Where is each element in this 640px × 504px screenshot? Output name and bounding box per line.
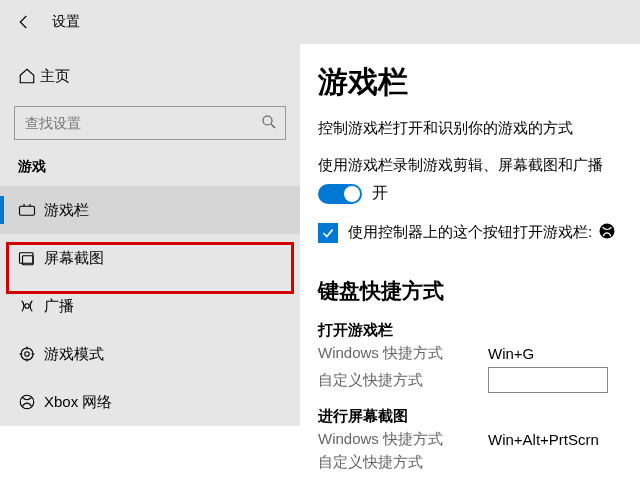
gamemode-icon: [18, 345, 44, 363]
titlebar: 设置: [0, 0, 640, 44]
svg-point-5: [21, 348, 33, 360]
sidebar-item-label: 广播: [44, 297, 74, 316]
shortcut-group-title: 进行屏幕截图: [318, 407, 626, 426]
svg-rect-2: [20, 253, 34, 264]
xbox-button-icon: [598, 222, 616, 243]
toggle-description: 使用游戏栏录制游戏剪辑、屏幕截图和广播: [318, 156, 626, 175]
sidebar-item-captures[interactable]: 屏幕截图: [0, 234, 300, 282]
sidebar-home[interactable]: 主页: [0, 56, 300, 96]
checkbox-label: 使用控制器上的这个按钮打开游戏栏:: [348, 223, 592, 242]
toggle-state-label: 开: [372, 183, 388, 204]
content-pane: 游戏栏 控制游戏栏打开和识别你的游戏的方式 使用游戏栏录制游戏剪辑、屏幕截图和广…: [300, 44, 640, 504]
captures-icon: [18, 250, 44, 266]
shortcut-win-value: Win+Alt+PrtScrn: [488, 431, 599, 448]
sidebar: 主页 游戏 游戏栏: [0, 44, 300, 426]
home-icon: [18, 67, 40, 85]
shortcut-group-title: 打开游戏栏: [318, 321, 626, 340]
arrow-left-icon: [15, 13, 33, 31]
svg-point-8: [600, 224, 615, 239]
search-icon: [260, 113, 278, 135]
svg-rect-1: [20, 206, 35, 215]
sidebar-home-label: 主页: [40, 67, 70, 86]
search-wrap: [14, 106, 286, 140]
shortcut-custom-label: 自定义快捷方式: [318, 453, 488, 472]
sidebar-item-label: Xbox 网络: [44, 393, 112, 412]
sidebar-section-label: 游戏: [0, 154, 300, 186]
shortcut-custom-input[interactable]: [488, 367, 608, 393]
controller-checkbox[interactable]: [318, 223, 338, 243]
page-description: 控制游戏栏打开和识别你的游戏的方式: [318, 119, 626, 138]
gamebar-icon: [18, 202, 44, 218]
shortcut-win-value: Win+G: [488, 345, 534, 362]
sidebar-item-gamemode[interactable]: 游戏模式: [0, 330, 300, 378]
shortcut-win-label: Windows 快捷方式: [318, 430, 488, 449]
sidebar-item-gamebar[interactable]: 游戏栏: [0, 186, 300, 234]
sidebar-item-label: 游戏栏: [44, 201, 89, 220]
svg-point-4: [25, 304, 30, 309]
shortcut-win-label: Windows 快捷方式: [318, 344, 488, 363]
search-input[interactable]: [14, 106, 286, 140]
sidebar-item-label: 屏幕截图: [44, 249, 104, 268]
gamebar-toggle[interactable]: [318, 184, 362, 204]
svg-point-6: [25, 352, 30, 357]
svg-point-0: [263, 116, 272, 125]
svg-point-7: [20, 395, 34, 409]
sidebar-item-xbox[interactable]: Xbox 网络: [0, 378, 300, 426]
sidebar-nav: 游戏栏 屏幕截图 广播: [0, 186, 300, 426]
shortcut-custom-label: 自定义快捷方式: [318, 371, 488, 390]
xbox-icon: [18, 393, 44, 411]
sidebar-item-broadcasting[interactable]: 广播: [0, 282, 300, 330]
back-button[interactable]: [4, 2, 44, 42]
shortcuts-heading: 键盘快捷方式: [318, 277, 626, 305]
broadcasting-icon: [18, 297, 44, 315]
check-icon: [321, 226, 335, 240]
sidebar-item-label: 游戏模式: [44, 345, 104, 364]
window-title: 设置: [52, 13, 80, 31]
page-heading: 游戏栏: [318, 62, 626, 103]
